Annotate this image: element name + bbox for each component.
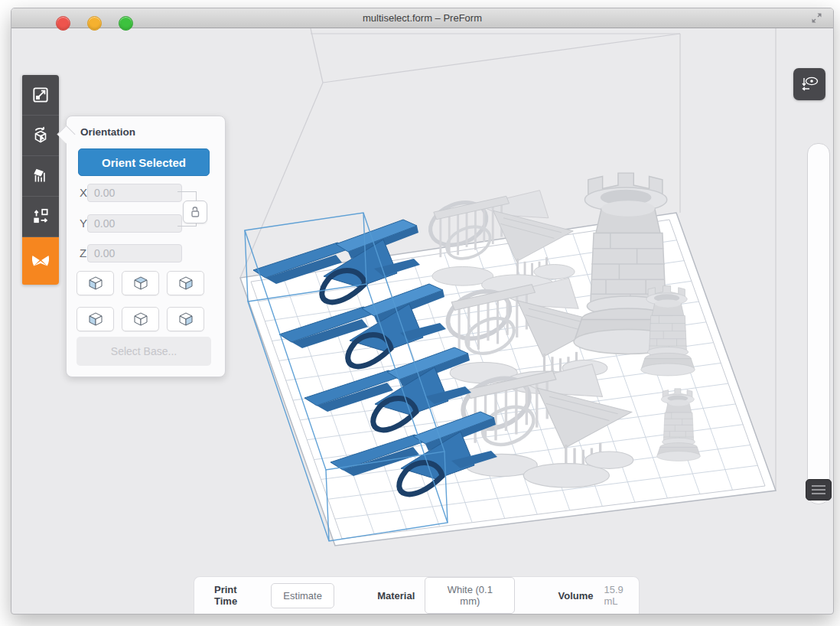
volume-value: 15.9 mL [604, 584, 640, 607]
fullscreen-icon[interactable] [811, 12, 822, 24]
status-bar: Print Time Estimate Material White (0.1 … [194, 576, 640, 614]
print-time-label: Print Time [214, 584, 261, 607]
orient-icon [31, 126, 50, 145]
window-title: multiselect.form – PreForm [11, 12, 833, 24]
scale-icon [31, 85, 50, 105]
cube-face-top-icon [132, 276, 149, 291]
cube-face-front-icon [87, 311, 104, 327]
estimate-button[interactable]: Estimate [271, 583, 334, 608]
cube-face-right-icon [177, 276, 194, 291]
volume-label: Volume [558, 590, 594, 602]
orient-selected-button[interactable]: Orient Selected [78, 148, 210, 176]
lock-xy-button[interactable] [183, 201, 207, 223]
axis-y-input[interactable] [87, 214, 182, 233]
orient-cube-button-3[interactable] [167, 271, 204, 295]
select-base-button[interactable]: Select Base... [77, 337, 211, 366]
scale-tool-button[interactable] [22, 75, 59, 116]
material-label: Material [377, 590, 415, 602]
supports-tool-button[interactable] [22, 156, 59, 197]
axis-x-input[interactable] [87, 184, 182, 202]
layout-icon [31, 207, 50, 227]
axis-y-label: Y [80, 217, 87, 230]
unlocked-padlock-icon [190, 206, 200, 218]
tool-sidebar [22, 75, 59, 285]
butterfly-icon [30, 250, 51, 272]
orient-cube-button-1[interactable] [77, 271, 114, 295]
axis-z-label: Z [80, 246, 86, 259]
orient-cube-button-6[interactable] [167, 307, 204, 331]
axis-row-x: X [67, 184, 225, 202]
view-eye-icon [799, 74, 819, 94]
supports-icon [31, 166, 50, 186]
titlebar: multiselect.form – PreForm [11, 8, 833, 28]
cube-face-bottom-icon [177, 311, 194, 327]
orient-cube-button-5[interactable] [122, 307, 159, 331]
panel-title: Orientation [80, 126, 135, 138]
one-click-print-button[interactable] [22, 237, 59, 285]
axis-z-input[interactable] [87, 244, 182, 262]
orientation-panel: Orientation Orient Selected X Y Z [66, 116, 226, 377]
orient-cube-button-2[interactable] [122, 271, 159, 295]
layer-slider-handle[interactable] [806, 479, 832, 500]
view-options-button[interactable] [793, 68, 825, 100]
preform-window: multiselect.form – PreForm [11, 8, 834, 615]
cube-face-left-icon [87, 276, 104, 291]
orient-cube-button-4[interactable] [77, 307, 114, 331]
axis-row-z: Z [67, 244, 225, 262]
material-select-button[interactable]: White (0.1 mm) [425, 577, 515, 614]
cube-face-back-icon [132, 311, 149, 327]
layer-slider-track[interactable] [807, 143, 830, 504]
layout-tool-button[interactable] [22, 197, 59, 237]
axis-x-label: X [80, 186, 87, 199]
orient-tool-button[interactable] [22, 116, 59, 156]
